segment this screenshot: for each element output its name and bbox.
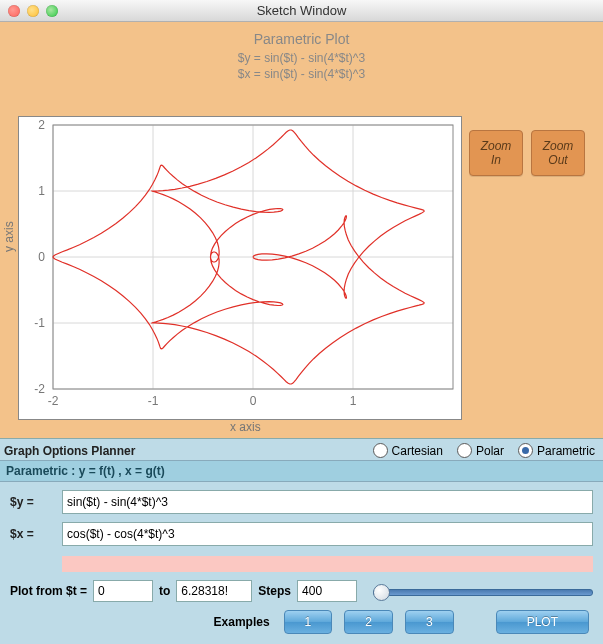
plot-button[interactable]: PLOT [496, 610, 589, 634]
to-label: to [159, 584, 170, 598]
window-title: Sketch Window [0, 3, 603, 18]
x-axis-label: x axis [230, 420, 261, 434]
plot-eq-x: $x = sin($t) - sin(4*$t)^3 [0, 66, 603, 83]
svg-text:0: 0 [38, 250, 45, 264]
svg-text:-1: -1 [34, 316, 45, 330]
steps-input[interactable] [297, 580, 357, 602]
svg-text:1: 1 [38, 184, 45, 198]
radio-parametric-label: Parametric [537, 444, 595, 458]
zoom-out-button[interactable]: Zoom Out [531, 130, 585, 176]
steps-slider[interactable] [373, 583, 593, 599]
x-eq-label: $x = [10, 527, 52, 541]
example-2-button[interactable]: 2 [344, 610, 393, 634]
radio-polar[interactable]: Polar [457, 443, 504, 458]
plot-title: Parametric Plot [0, 30, 603, 50]
plot-eq-y: $y = sin($t) - sin(4*$t)^3 [0, 50, 603, 67]
radio-cartesian[interactable]: Cartesian [373, 443, 443, 458]
t-end-input[interactable] [176, 580, 252, 602]
t-start-input[interactable] [93, 580, 153, 602]
example-1-button[interactable]: 1 [284, 610, 333, 634]
svg-text:-2: -2 [48, 394, 59, 408]
status-strip [62, 556, 593, 572]
plot-area: Parametric Plot $y = sin($t) - sin(4*$t)… [0, 22, 603, 438]
plot-from-label: Plot from $t = [10, 584, 87, 598]
chart: -2-101-2-1012 [18, 116, 462, 420]
svg-text:-1: -1 [148, 394, 159, 408]
radio-cartesian-label: Cartesian [392, 444, 443, 458]
y-eq-input[interactable] [62, 490, 593, 514]
plot-type-radios: Cartesian Polar Parametric [373, 443, 595, 458]
examples-label: Examples [214, 615, 270, 629]
svg-text:-2: -2 [34, 382, 45, 396]
y-axis-label: y axis [2, 221, 16, 252]
panel-title: Graph Options Planner [4, 444, 135, 458]
steps-label: Steps [258, 584, 291, 598]
radio-parametric[interactable]: Parametric [518, 443, 595, 458]
example-3-button[interactable]: 3 [405, 610, 454, 634]
y-eq-label: $y = [10, 495, 52, 509]
radio-polar-label: Polar [476, 444, 504, 458]
svg-text:2: 2 [38, 118, 45, 132]
mode-strip: Parametric : y = f(t) , x = g(t) [0, 460, 603, 482]
zoom-in-button[interactable]: Zoom In [469, 130, 523, 176]
svg-text:1: 1 [350, 394, 357, 408]
options-panel: Graph Options Planner Cartesian Polar Pa… [0, 438, 603, 644]
x-eq-input[interactable] [62, 522, 593, 546]
titlebar: Sketch Window [0, 0, 603, 22]
svg-text:0: 0 [250, 394, 257, 408]
